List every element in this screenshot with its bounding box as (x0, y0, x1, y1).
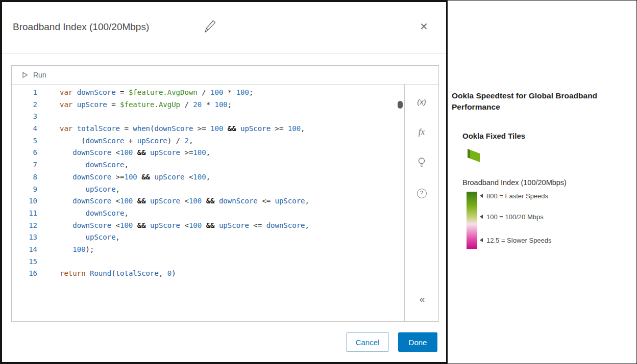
line-number: 9 (12, 184, 45, 196)
code-line: 6 downScore <100 && upScore >=100, (12, 147, 404, 159)
ramp-label: 100 = 100/20 Mbps (486, 213, 544, 221)
done-button[interactable]: Done (398, 332, 437, 352)
code-line: 9 upScore, (12, 184, 404, 196)
code-line: 4var totalScore = when(downScore >= 100 … (12, 123, 404, 135)
suggestions-button[interactable] (417, 155, 426, 170)
edit-title-button[interactable] (201, 17, 217, 35)
functions-icon[interactable]: fx (419, 124, 425, 140)
code-line: 13 upScore, (12, 231, 404, 244)
code-line: 12 downScore <100 && upScore <100 && upS… (12, 220, 404, 232)
color-ramp-group: 800 = Faster Speeds100 = 100/20 Mbps12.5… (467, 192, 597, 249)
line-number: 3 (12, 111, 45, 123)
code-line: 14 100); (12, 244, 404, 256)
code-line: 16return Round(totalScore, 0) (12, 268, 404, 280)
play-icon (21, 71, 29, 79)
line-number: 10 (12, 195, 45, 207)
ramp-marker-icon (480, 194, 483, 198)
code-editor: Run 1var downScore = $feature.AvgDown / … (11, 65, 439, 322)
editor-sidebar: (x) fx ? « (405, 85, 438, 321)
line-number: 4 (12, 123, 45, 135)
line-number: 11 (12, 207, 45, 220)
color-ramp (467, 192, 477, 249)
code-line: 3 (12, 111, 404, 123)
ramp-label: 12.5 = Slower Speeds (486, 237, 552, 244)
map-title: Ookla Speedtest for Global Broadband Per… (452, 90, 620, 113)
help-icon: ? (417, 189, 427, 198)
code-area[interactable]: 1var downScore = $feature.AvgDown / 100 … (12, 85, 405, 321)
pencil-icon (201, 17, 217, 35)
ramp-label-row: 12.5 = Slower Speeds (480, 236, 552, 244)
code-line: 11 downScore, (12, 207, 404, 220)
renderer-title: Broadband Index (100/20Mbps) (462, 178, 567, 187)
code-lines: 1var downScore = $feature.AvgDown / 100 … (12, 87, 404, 280)
code-line: 15 (12, 256, 404, 268)
line-number: 8 (12, 171, 45, 184)
dialog-title: Broadband Index (100/20Mbps) (13, 21, 149, 33)
collapse-sidebar-button[interactable]: « (420, 292, 424, 307)
code-line: 5 (downScore + upScore) / 2, (12, 135, 404, 147)
line-number: 13 (12, 231, 45, 244)
code-line: 8 downScore >=100 && upScore <100, (12, 171, 404, 184)
ramp-label-row: 100 = 100/20 Mbps (480, 213, 544, 221)
code-line: 1var downScore = $feature.AvgDown / 100 … (12, 87, 404, 99)
code-line: 2var upScore = $feature.AvgUp / 20 * 100… (12, 99, 404, 111)
header-divider (2, 54, 446, 54)
globals-icon[interactable]: (x) (417, 94, 426, 109)
close-icon: ✕ (420, 21, 428, 32)
cancel-button[interactable]: Cancel (346, 332, 389, 352)
line-number: 16 (12, 268, 45, 280)
line-number: 5 (12, 135, 45, 147)
line-number: 6 (12, 147, 45, 159)
help-button[interactable]: ? (417, 186, 427, 201)
close-button[interactable]: ✕ (420, 21, 428, 32)
line-number: 2 (12, 99, 45, 111)
scrollbar-thumb[interactable] (398, 101, 403, 109)
ramp-marker-icon (480, 238, 483, 242)
tile-layer-icon (467, 147, 481, 163)
run-button-label: Run (33, 71, 46, 79)
line-number: 14 (12, 244, 45, 256)
lightbulb-icon (417, 157, 426, 168)
layer-title: Ookla Fixed Tiles (462, 132, 525, 140)
line-number: 15 (12, 256, 45, 268)
code-line: 10 downScore <100 && upScore <100 && dow… (12, 195, 404, 207)
ramp-label-row: 800 = Faster Speeds (480, 192, 548, 200)
ramp-label: 800 = Faster Speeds (486, 192, 548, 200)
layer-symbol (467, 147, 481, 165)
expression-editor-dialog: Broadband Index (100/20Mbps) ✕ Run 1var … (1, 1, 448, 363)
line-number: 12 (12, 220, 45, 232)
code-line: 7 downScore, (12, 159, 404, 171)
line-number: 1 (12, 87, 45, 99)
ramp-marker-icon (480, 215, 483, 219)
ramp-labels: 800 = Faster Speeds100 = 100/20 Mbps12.5… (480, 192, 597, 249)
line-number: 7 (12, 159, 45, 171)
legend-panel: Ookla Speedtest for Global Broadband Per… (448, 1, 636, 363)
run-button[interactable]: Run (12, 66, 438, 85)
screen: Broadband Index (100/20Mbps) ✕ Run 1var … (0, 0, 637, 364)
